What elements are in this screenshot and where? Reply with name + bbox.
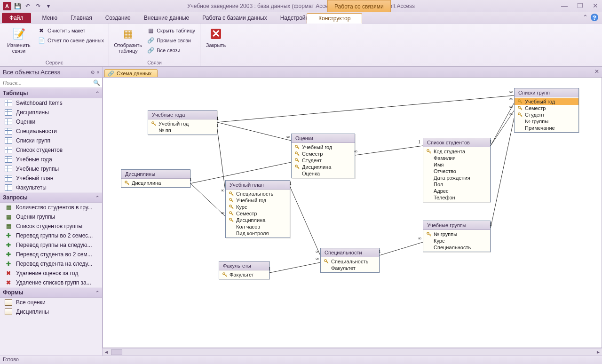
nav-item[interactable]: ✚Перевод группы на следую... xyxy=(0,240,102,250)
all-relations-button[interactable]: 🔗Все связи xyxy=(146,46,196,55)
nav-item[interactable]: Учебные года xyxy=(0,155,102,164)
diagram-table-header[interactable]: Оценки xyxy=(292,134,355,143)
nav-list[interactable]: Таблицы⌃ Switchboard ItemsДисциплиныОцен… xyxy=(0,88,102,356)
diagram-table-t_plan[interactable]: Учебный планСпециальностьУчебный годКурс… xyxy=(225,180,290,238)
direct-relations-button[interactable]: 🔗Прямые связи xyxy=(146,36,196,45)
nav-item[interactable]: Списки групп xyxy=(0,136,102,145)
tab-database-tools[interactable]: Работа с базами данных xyxy=(196,13,273,23)
nav-header[interactable]: Все объекты Access ⊙ « xyxy=(0,67,102,78)
nav-item[interactable]: Учебный план xyxy=(0,174,102,183)
diagram-field[interactable]: Имя xyxy=(423,161,490,168)
nav-item[interactable]: ▦Оценки группы xyxy=(0,212,102,222)
nav-item[interactable]: ✖Удаление оценок за год xyxy=(0,269,102,278)
scroll-left-icon[interactable]: ◄ xyxy=(103,349,110,355)
diagram-table-header[interactable]: Учебные группы xyxy=(423,221,490,230)
diagram-field[interactable]: Учебный год xyxy=(515,98,578,105)
diagram-field[interactable]: Курс xyxy=(423,237,490,244)
close-button[interactable]: ✕ Закрыть xyxy=(204,25,228,48)
tab-create[interactable]: Создание xyxy=(99,13,137,23)
diagram-field[interactable]: Фамилия xyxy=(423,155,490,161)
diagram-table-header[interactable]: Список студентов xyxy=(423,138,490,147)
tab-file[interactable]: Файл xyxy=(2,13,31,23)
nav-search-input[interactable] xyxy=(2,79,93,87)
diagram-field[interactable]: № пп xyxy=(148,127,217,134)
nav-item[interactable]: ✖Удаление списков групп за... xyxy=(0,278,102,287)
clear-layout-button[interactable]: ✖Очистить макет xyxy=(37,26,105,35)
diagram-field[interactable]: Факультет xyxy=(219,271,269,278)
diagram-table-header[interactable]: Дисциплины xyxy=(121,170,190,179)
diagram-field[interactable]: Телефон xyxy=(423,194,490,201)
scroll-right-icon[interactable]: ► xyxy=(594,349,602,355)
diagram-table-t_spec[interactable]: СпециальностиСпециальностьФакультет xyxy=(320,248,380,273)
nav-item[interactable]: ▦Список студентов группы xyxy=(0,222,102,231)
diagram-field[interactable]: Дисциплина xyxy=(121,180,190,186)
diagram-field[interactable]: Код студента xyxy=(423,148,490,155)
nav-item[interactable]: Специальности xyxy=(0,127,102,136)
hide-table-button[interactable]: ▦Скрыть таблицу xyxy=(146,26,196,35)
document-tab-close-icon[interactable]: ✕ xyxy=(594,68,600,75)
redo-icon[interactable]: ↷ xyxy=(34,2,42,10)
diagram-field[interactable]: Кол часов xyxy=(226,223,290,230)
diagram-field[interactable]: Учебный год xyxy=(148,120,217,127)
nav-group-tables[interactable]: Таблицы⌃ xyxy=(0,88,102,98)
nav-search[interactable]: 🔍 xyxy=(0,78,102,88)
nav-item[interactable]: ✚Перевод студента на следу... xyxy=(0,259,102,269)
relationships-canvas[interactable]: Учебные годаУчебный год№ ппДисциплиныДис… xyxy=(103,77,602,348)
diagram-field[interactable]: Курс xyxy=(226,204,290,210)
nav-collapse-icon[interactable]: « xyxy=(96,70,99,75)
document-tab-schema[interactable]: 🔗 Схема данных xyxy=(104,69,158,77)
horizontal-scrollbar[interactable]: ◄ ► xyxy=(103,348,602,356)
nav-item[interactable]: Все оценки xyxy=(0,298,102,307)
diagram-field[interactable]: № группы xyxy=(423,231,490,237)
close-icon[interactable]: ✕ xyxy=(593,2,598,9)
diagram-table-header[interactable]: Специальности xyxy=(321,248,379,257)
minimize-icon[interactable]: ― xyxy=(561,2,568,9)
relation-report-button[interactable]: 📄Отчет по схеме данных xyxy=(37,36,105,45)
tab-external-data[interactable]: Внешние данные xyxy=(137,13,196,23)
nav-item[interactable]: Дисциплины xyxy=(0,108,102,117)
tab-menu[interactable]: Меню xyxy=(36,13,64,23)
diagram-field[interactable]: Специальность xyxy=(226,190,290,197)
tab-home[interactable]: Главная xyxy=(64,13,99,23)
tab-design[interactable]: Конструктор xyxy=(307,13,362,24)
edit-relations-button[interactable]: 📝 Изменить связи xyxy=(4,25,34,54)
diagram-table-t_fac[interactable]: ФакультетыФакультет xyxy=(219,261,269,279)
diagram-field[interactable]: Семестр xyxy=(292,150,355,157)
nav-item[interactable]: Факультеты xyxy=(0,183,102,192)
diagram-field[interactable]: Пол xyxy=(423,181,490,188)
qat-more-icon[interactable]: ▾ xyxy=(44,2,53,10)
diagram-field[interactable]: Вид контроля xyxy=(226,230,290,237)
diagram-field[interactable]: Студент xyxy=(515,111,578,118)
diagram-table-header[interactable]: Факультеты xyxy=(219,261,269,270)
scroll-thumb[interactable] xyxy=(111,349,122,355)
diagram-field[interactable]: Семестр xyxy=(515,105,578,111)
save-icon[interactable]: 💾 xyxy=(13,2,22,10)
show-table-button[interactable]: ▦ Отобразить таблицу xyxy=(113,25,143,54)
nav-item[interactable]: ✚Перевод студента во 2 сем... xyxy=(0,250,102,259)
ribbon-minimize-icon[interactable]: ⌃ xyxy=(583,14,588,21)
help-icon[interactable]: ? xyxy=(591,14,598,21)
diagram-table-t_groups[interactable]: Учебные группы№ группыКурсСпециальность xyxy=(423,221,491,252)
diagram-field[interactable]: Студент xyxy=(292,157,355,164)
diagram-table-header[interactable]: Списки групп xyxy=(515,88,578,97)
diagram-field[interactable]: Дисциплина xyxy=(292,164,355,170)
nav-item[interactable]: Учебные группы xyxy=(0,164,102,174)
diagram-field[interactable]: Специальность xyxy=(321,258,379,265)
undo-icon[interactable]: ↶ xyxy=(24,2,32,10)
nav-group-queries[interactable]: Запросы⌃ xyxy=(0,192,102,203)
diagram-field[interactable]: Специальность xyxy=(423,244,490,251)
diagram-field[interactable]: Отчество xyxy=(423,168,490,174)
diagram-field[interactable]: Оценка xyxy=(292,170,355,177)
diagram-table-t_lists[interactable]: Списки группУчебный годСеместрСтудент№ г… xyxy=(514,88,579,133)
diagram-field[interactable]: Факультет xyxy=(321,265,379,271)
diagram-table-t_disc[interactable]: ДисциплиныДисциплина xyxy=(121,169,190,188)
nav-item[interactable]: Оценки xyxy=(0,117,102,127)
diagram-table-header[interactable]: Учебный план xyxy=(226,181,290,190)
nav-item[interactable]: Дисциплины xyxy=(0,307,102,317)
diagram-field[interactable]: № группы xyxy=(515,118,578,125)
diagram-field[interactable]: Учебный год xyxy=(226,197,290,204)
diagram-field[interactable]: Семестр xyxy=(226,210,290,217)
search-icon[interactable]: 🔍 xyxy=(93,79,100,86)
diagram-table-t_years[interactable]: Учебные годаУчебный год№ пп xyxy=(148,110,217,135)
nav-item[interactable]: Switchboard Items xyxy=(0,98,102,108)
